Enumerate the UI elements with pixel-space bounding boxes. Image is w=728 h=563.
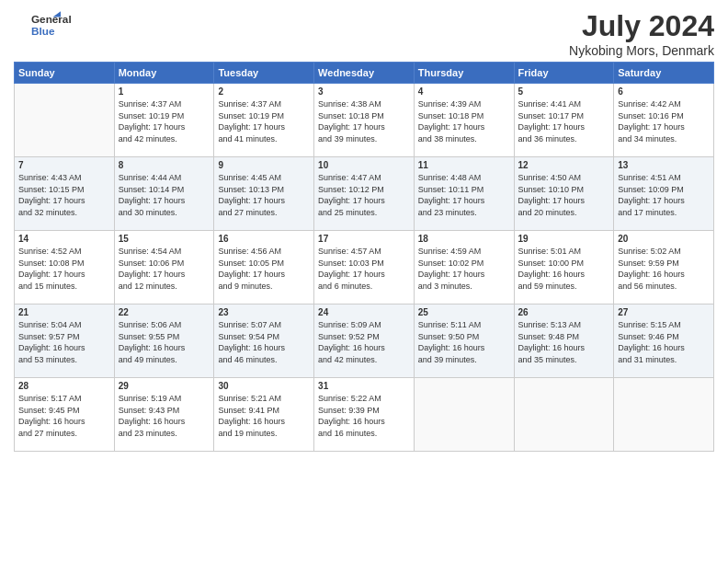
day-number: 30 (218, 381, 310, 391)
day-info: Sunrise: 5:15 AM Sunset: 9:46 PM Dayligh… (618, 319, 710, 365)
day-number: 25 (418, 307, 510, 317)
day-info: Sunrise: 4:51 AM Sunset: 10:09 PM Daylig… (618, 172, 710, 218)
day-number: 29 (119, 381, 210, 391)
day-number: 26 (518, 307, 610, 317)
logo: General Blue (14, 9, 78, 39)
day-cell: 11Sunrise: 4:48 AM Sunset: 10:11 PM Dayl… (414, 157, 514, 231)
day-number: 1 (119, 86, 210, 97)
header-cell-friday: Friday (514, 63, 614, 84)
day-number: 11 (418, 160, 510, 170)
day-info: Sunrise: 4:37 AM Sunset: 10:19 PM Daylig… (218, 98, 310, 144)
day-number: 23 (218, 307, 310, 317)
svg-text:General: General (31, 13, 72, 25)
day-number: 7 (18, 160, 110, 170)
day-cell: 1Sunrise: 4:37 AM Sunset: 10:19 PM Dayli… (114, 84, 214, 157)
day-cell: 5Sunrise: 4:41 AM Sunset: 10:17 PM Dayli… (514, 84, 614, 157)
day-info: Sunrise: 5:07 AM Sunset: 9:54 PM Dayligh… (218, 319, 310, 365)
week-row-4: 21Sunrise: 5:04 AM Sunset: 9:57 PM Dayli… (15, 304, 714, 378)
day-number: 19 (518, 234, 610, 244)
day-number: 17 (318, 234, 410, 244)
day-number: 5 (518, 86, 610, 97)
day-cell: 25Sunrise: 5:11 AM Sunset: 9:50 PM Dayli… (414, 304, 514, 378)
day-info: Sunrise: 4:59 AM Sunset: 10:02 PM Daylig… (418, 246, 510, 292)
day-number: 13 (618, 160, 710, 170)
day-info: Sunrise: 4:39 AM Sunset: 10:18 PM Daylig… (418, 98, 510, 144)
day-info: Sunrise: 5:13 AM Sunset: 9:48 PM Dayligh… (518, 319, 610, 365)
day-info: Sunrise: 5:11 AM Sunset: 9:50 PM Dayligh… (418, 319, 510, 365)
day-number: 24 (318, 307, 410, 317)
day-cell: 3Sunrise: 4:38 AM Sunset: 10:18 PM Dayli… (314, 84, 415, 157)
day-cell: 12Sunrise: 4:50 AM Sunset: 10:10 PM Dayl… (514, 157, 614, 231)
day-number: 2 (218, 86, 310, 97)
day-info: Sunrise: 5:02 AM Sunset: 9:59 PM Dayligh… (618, 246, 710, 292)
day-cell: 15Sunrise: 4:54 AM Sunset: 10:06 PM Dayl… (114, 231, 214, 304)
day-cell: 24Sunrise: 5:09 AM Sunset: 9:52 PM Dayli… (314, 304, 415, 378)
day-number: 16 (218, 234, 310, 244)
day-info: Sunrise: 4:44 AM Sunset: 10:14 PM Daylig… (119, 172, 210, 218)
day-info: Sunrise: 5:21 AM Sunset: 9:41 PM Dayligh… (218, 393, 310, 439)
month-title: July 2024 (569, 9, 714, 43)
day-info: Sunrise: 5:06 AM Sunset: 9:55 PM Dayligh… (119, 319, 210, 365)
day-cell: 21Sunrise: 5:04 AM Sunset: 9:57 PM Dayli… (15, 304, 115, 378)
day-cell (414, 378, 514, 452)
day-cell: 19Sunrise: 5:01 AM Sunset: 10:00 PM Dayl… (514, 231, 614, 304)
day-info: Sunrise: 4:48 AM Sunset: 10:11 PM Daylig… (418, 172, 510, 218)
day-number: 6 (618, 86, 710, 97)
day-cell: 23Sunrise: 5:07 AM Sunset: 9:54 PM Dayli… (214, 304, 314, 378)
day-info: Sunrise: 4:56 AM Sunset: 10:05 PM Daylig… (218, 246, 310, 292)
day-cell: 6Sunrise: 4:42 AM Sunset: 10:16 PM Dayli… (614, 84, 714, 157)
day-number: 31 (318, 381, 410, 391)
title-block: July 2024 Nykobing Mors, Denmark (569, 9, 714, 58)
day-info: Sunrise: 5:19 AM Sunset: 9:43 PM Dayligh… (119, 393, 210, 439)
day-cell (15, 84, 115, 157)
day-info: Sunrise: 4:42 AM Sunset: 10:16 PM Daylig… (618, 98, 710, 144)
day-info: Sunrise: 5:17 AM Sunset: 9:45 PM Dayligh… (18, 393, 110, 439)
day-cell: 30Sunrise: 5:21 AM Sunset: 9:41 PM Dayli… (214, 378, 314, 452)
day-info: Sunrise: 5:22 AM Sunset: 9:39 PM Dayligh… (318, 393, 410, 439)
calendar-table: SundayMondayTuesdayWednesdayThursdayFrid… (14, 62, 714, 452)
header-cell-tuesday: Tuesday (214, 63, 314, 84)
week-row-1: 1Sunrise: 4:37 AM Sunset: 10:19 PM Dayli… (15, 84, 714, 157)
header-row: SundayMondayTuesdayWednesdayThursdayFrid… (15, 63, 714, 84)
header: General Blue July 2024 Nykobing Mors, De… (14, 9, 714, 58)
day-number: 4 (418, 86, 510, 97)
day-cell (614, 378, 714, 452)
header-cell-saturday: Saturday (614, 63, 714, 84)
day-number: 15 (119, 234, 210, 244)
header-cell-sunday: Sunday (15, 63, 115, 84)
day-cell: 20Sunrise: 5:02 AM Sunset: 9:59 PM Dayli… (614, 231, 714, 304)
day-info: Sunrise: 4:57 AM Sunset: 10:03 PM Daylig… (318, 246, 410, 292)
day-number: 9 (218, 160, 310, 170)
day-info: Sunrise: 4:38 AM Sunset: 10:18 PM Daylig… (318, 98, 410, 144)
day-info: Sunrise: 5:09 AM Sunset: 9:52 PM Dayligh… (318, 319, 410, 365)
day-cell: 29Sunrise: 5:19 AM Sunset: 9:43 PM Dayli… (114, 378, 214, 452)
day-number: 27 (618, 307, 710, 317)
day-cell: 28Sunrise: 5:17 AM Sunset: 9:45 PM Dayli… (15, 378, 115, 452)
day-cell: 8Sunrise: 4:44 AM Sunset: 10:14 PM Dayli… (114, 157, 214, 231)
day-cell: 16Sunrise: 4:56 AM Sunset: 10:05 PM Dayl… (214, 231, 314, 304)
day-number: 21 (18, 307, 110, 317)
day-cell: 27Sunrise: 5:15 AM Sunset: 9:46 PM Dayli… (614, 304, 714, 378)
day-cell: 2Sunrise: 4:37 AM Sunset: 10:19 PM Dayli… (214, 84, 314, 157)
day-info: Sunrise: 4:45 AM Sunset: 10:13 PM Daylig… (218, 172, 310, 218)
day-cell (514, 378, 614, 452)
logo-icon: General Blue (14, 9, 78, 39)
day-info: Sunrise: 5:04 AM Sunset: 9:57 PM Dayligh… (18, 319, 110, 365)
day-cell: 13Sunrise: 4:51 AM Sunset: 10:09 PM Dayl… (614, 157, 714, 231)
day-number: 8 (119, 160, 210, 170)
day-number: 14 (18, 234, 110, 244)
day-info: Sunrise: 4:43 AM Sunset: 10:15 PM Daylig… (18, 172, 110, 218)
day-number: 12 (518, 160, 610, 170)
day-cell: 31Sunrise: 5:22 AM Sunset: 9:39 PM Dayli… (314, 378, 415, 452)
header-cell-wednesday: Wednesday (314, 63, 415, 84)
day-number: 22 (119, 307, 210, 317)
header-cell-thursday: Thursday (414, 63, 514, 84)
main-container: General Blue July 2024 Nykobing Mors, De… (0, 0, 728, 461)
day-number: 18 (418, 234, 510, 244)
day-cell: 9Sunrise: 4:45 AM Sunset: 10:13 PM Dayli… (214, 157, 314, 231)
day-cell: 7Sunrise: 4:43 AM Sunset: 10:15 PM Dayli… (15, 157, 115, 231)
day-cell: 10Sunrise: 4:47 AM Sunset: 10:12 PM Dayl… (314, 157, 415, 231)
day-cell: 14Sunrise: 4:52 AM Sunset: 10:08 PM Dayl… (15, 231, 115, 304)
day-cell: 17Sunrise: 4:57 AM Sunset: 10:03 PM Dayl… (314, 231, 415, 304)
day-info: Sunrise: 4:37 AM Sunset: 10:19 PM Daylig… (119, 98, 210, 144)
